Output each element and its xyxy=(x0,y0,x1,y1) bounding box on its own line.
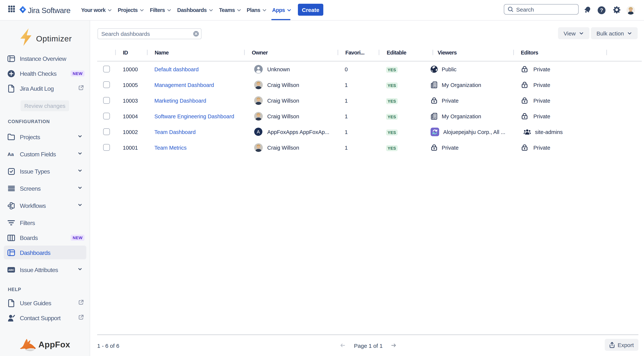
svg-text:A: A xyxy=(257,129,260,134)
svg-text:Aa: Aa xyxy=(8,152,14,157)
svg-text:?: ? xyxy=(600,7,603,13)
svg-text:ABC: ABC xyxy=(8,268,14,271)
